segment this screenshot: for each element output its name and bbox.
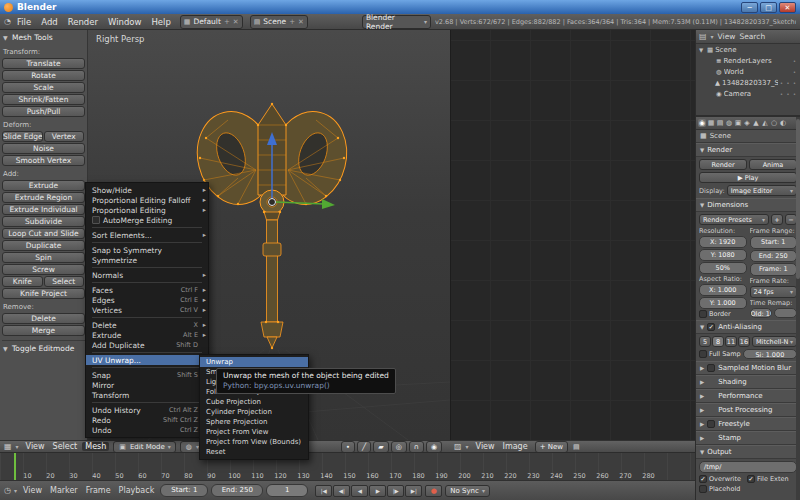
panel-expand-icon[interactable]: ▼ [700,324,704,330]
close-button[interactable]: ✕ [779,2,796,13]
frame-start-field[interactable]: Start: 1 [160,484,208,497]
tool-shelf-item[interactable]: Scale [2,82,85,93]
scrollbar-thumb[interactable] [796,119,800,279]
display-select[interactable]: Image Editor ▾ [727,185,797,196]
visibility-toggle-icons[interactable]: • • • [780,80,800,86]
mesh-menu-item[interactable] [92,242,202,243]
mesh-menu-item[interactable]: Transform [86,390,208,400]
panel-expand-icon[interactable]: ▶ [700,407,704,413]
uv-submenu-item[interactable]: Unwrap [200,357,308,367]
tool-shelf-item[interactable]: Slide Edge [2,131,43,142]
resolution-percent-field[interactable]: 50% [699,262,747,274]
remap-new-field[interactable] [774,308,797,318]
collapsed-panel-header[interactable]: ▶ Sampled Motion Blur [696,361,800,375]
outliner-row[interactable]: ◉ Camera • • • [696,88,800,99]
tool-shelf-item[interactable]: Deform: [3,121,85,129]
viewport-toggle-icon[interactable]: ∩ [409,441,424,453]
mesh-menu-item[interactable]: Proportional Editing [86,205,208,215]
tool-shelf-item[interactable]: Smooth Vertex [2,155,85,166]
timeline[interactable]: 1020304050607080901001101201301401501601… [0,452,695,481]
properties-tab-icon[interactable]: ◈ [743,119,751,127]
info-editor-icon[interactable]: ◔ [4,17,11,26]
checkbox-icon[interactable] [699,310,707,318]
viewport-menu-item[interactable]: Select [50,442,81,451]
open-image-icon[interactable]: ▤ [572,443,581,451]
visibility-toggle-icons[interactable]: • [793,58,800,64]
tool-shelf-item[interactable]: Knife Project [2,288,85,299]
mesh-menu-item[interactable] [92,227,202,228]
tool-shelf-item[interactable]: Select [44,276,85,287]
scene-remove-icon[interactable]: ✕ [298,18,304,26]
scene-add-icon[interactable]: + [289,18,295,26]
mesh-menu-item[interactable] [92,352,202,353]
render-panel-header[interactable]: ▼ Render [696,143,800,157]
checkbox-icon[interactable] [747,475,755,483]
tool-shelf-item[interactable]: Extrude [2,180,85,191]
mesh-menu-item[interactable]: Undo History Ctrl Alt Z [86,405,208,415]
tool-shelf-item[interactable]: Vertex [44,131,85,142]
play-button[interactable]: ▶ Play [699,172,797,183]
panel-expand-icon[interactable]: ▼ [700,147,704,153]
frame-end-field[interactable]: End: 250 [211,484,263,497]
preset-add-button[interactable]: + [771,214,783,225]
uv-submenu-item[interactable]: Cylinder Projection [200,407,308,417]
checkbox-icon[interactable] [699,485,707,493]
datablock-name[interactable]: 13482820337_SketchupDe [722,79,778,87]
tool-shelf-item[interactable]: Screw [2,264,85,275]
new-image-button[interactable]: + New [535,441,568,453]
editor-type-icon[interactable]: ◷ [4,486,11,495]
mesh-menu-item[interactable]: UV Unwrap... [86,355,208,365]
output-checkbox[interactable]: File Exten [747,475,793,483]
panel-expand-icon[interactable]: ▼ [3,345,8,352]
mesh-menu-item[interactable]: Edges Ctrl E [86,295,208,305]
tool-shelf-item[interactable]: Rotate [2,70,85,81]
properties-tab-icon[interactable]: ▲ [752,119,760,127]
outliner-row[interactable]: ▲ 13482820337_SketchupDe • • • [696,77,800,88]
tool-shelf-item[interactable]: Extrude Individual [2,204,85,215]
timeline-menu-item[interactable]: Marker [47,486,81,495]
tool-shelf-item[interactable]: Transform: [3,48,85,56]
uv-submenu-item[interactable]: Project From View [200,427,308,437]
output-checkbox[interactable]: Placehold [699,485,745,493]
mode-select[interactable]: ▣ Edit Mode ▾ [113,441,176,453]
checkbox-icon[interactable] [699,475,707,483]
properties-tab-icon[interactable]: ◉ [698,119,706,127]
minimize-button[interactable]: ─ [741,2,758,13]
transport-button[interactable]: ▶| [405,485,422,497]
tool-shelf-item[interactable]: Delete [2,313,85,324]
tool-shelf-item[interactable]: Duplicate [2,240,85,251]
viewport-toggle-icon[interactable]: ◎ [391,441,407,453]
visibility-toggle-icons[interactable]: • • • [780,91,800,97]
main-menu-item[interactable]: Render [63,16,103,28]
expand-icon[interactable]: ▼ [699,47,705,53]
panel-checkbox[interactable] [707,364,715,372]
tool-shelf-item[interactable]: Push/Pull [2,106,85,117]
collapsed-panel-header[interactable]: ▶ Freestyle [696,417,800,431]
datablock-name[interactable]: Scene [715,46,736,54]
tool-shelf-item[interactable]: Translate [2,58,85,69]
editor-type-icon[interactable]: ▨ [454,442,462,451]
main-menu-item[interactable]: File [12,16,36,28]
checkbox-icon[interactable] [699,350,707,358]
mesh-menu-item[interactable] [92,267,202,268]
mesh-tools-panel-header[interactable]: ▼ Mesh Tools [2,32,85,45]
uv-menu-item[interactable]: Image [500,442,531,451]
fps-select[interactable]: 24 fps ▾ [750,286,798,299]
tool-shelf-item[interactable]: Subdivide [2,216,85,227]
mesh-menu-item[interactable] [92,402,202,403]
manipulator-y-arrowhead[interactable] [322,199,335,209]
animation-button[interactable]: Anima [749,159,797,170]
uv-menu-item[interactable]: View [473,442,498,451]
panel-expand-icon[interactable]: ▶ [700,421,704,427]
aspect-y-field[interactable]: Y: 1.000 [699,297,747,309]
antialiasing-panel-header[interactable]: ▼ Anti-Aliasing [696,320,800,334]
tool-shelf-item[interactable]: Spin [2,252,85,263]
properties-tab-icon[interactable]: ▦ [707,119,715,127]
resolution-x-field[interactable]: X: 1920 [699,236,747,248]
viewport-toggle-icon[interactable]: ▰ [373,441,388,453]
uv-image-editor[interactable] [450,30,695,440]
dimensions-panel-header[interactable]: ▼ Dimensions [696,198,800,212]
editor-type-icon[interactable]: ▦ [4,442,12,451]
mesh-menu-item[interactable]: Normals [86,270,208,280]
start-frame-field[interactable]: Start: 1 [750,236,798,249]
